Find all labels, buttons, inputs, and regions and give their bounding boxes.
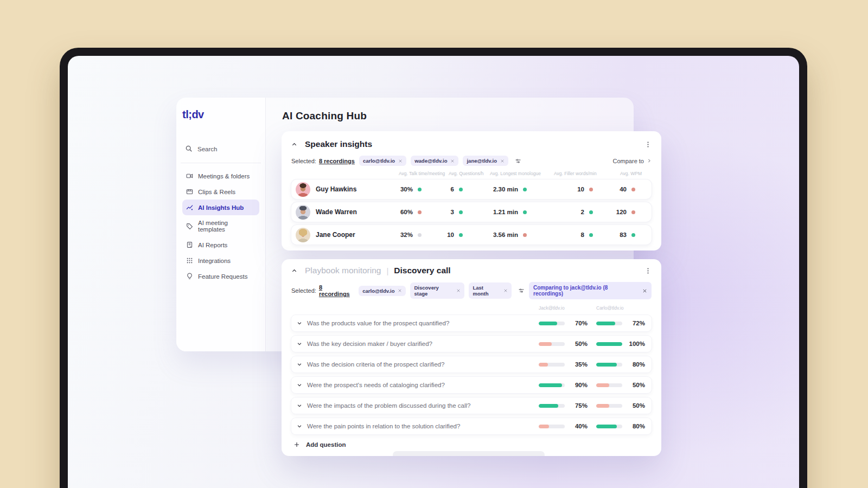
avatar xyxy=(296,205,310,220)
playbook-monitoring-panel: Playbook monitoring | Discovery call Sel… xyxy=(282,259,661,456)
title-separator: | xyxy=(386,266,388,275)
chevron-down-icon[interactable] xyxy=(297,403,302,408)
plus-icon xyxy=(293,441,300,448)
status-dot xyxy=(459,210,463,214)
status-dot xyxy=(589,188,593,191)
sidebar-item-meetings-folders[interactable]: Meetings & folders xyxy=(182,168,259,184)
speaker-panel-title: Speaker insights xyxy=(305,139,372,149)
close-icon[interactable] xyxy=(503,288,508,293)
sidebar-item-ai-meeting-templates[interactable]: AI meeting templates xyxy=(182,215,259,237)
metric-value: 32% xyxy=(400,232,413,238)
metric-value: 60% xyxy=(400,209,413,215)
filter-chip-carlo[interactable]: carlo@tldv.io xyxy=(359,286,406,296)
comparing-to-label: Comparing to jack@tldv.io (8 recordings) xyxy=(533,285,638,297)
avatar xyxy=(296,228,310,242)
search-icon xyxy=(185,145,193,153)
close-icon[interactable] xyxy=(642,288,647,293)
metric-value: 83 xyxy=(620,232,627,238)
close-icon[interactable] xyxy=(456,288,461,293)
sidebar-item-ai-insights-hub[interactable]: AI Insights Hub xyxy=(182,200,259,215)
chevron-right-icon xyxy=(647,158,652,164)
collapse-chevron-up-icon[interactable] xyxy=(291,142,297,147)
status-dot xyxy=(459,188,463,191)
tldv-logo: tl;dv xyxy=(182,108,259,121)
filter-chip-carlo[interactable]: carlo@tldv.io xyxy=(359,156,406,166)
percent-value: 35% xyxy=(569,361,588,368)
sidebar-search-label: Search xyxy=(197,146,217,152)
column-header: Avg. Questions/h xyxy=(430,171,471,176)
collapse-chevron-up-icon[interactable] xyxy=(291,268,297,274)
selected-label: Selected: xyxy=(291,287,316,294)
sidebar-item-feature-requests[interactable]: Feature Requests xyxy=(182,268,259,284)
progress-bar xyxy=(539,322,565,325)
question-row[interactable]: Was the key decision maker / buyer clari… xyxy=(291,336,652,352)
sidebar-item-clips-reels[interactable]: Clips & Reels xyxy=(182,184,259,200)
status-dot xyxy=(523,210,527,214)
chevron-down-icon[interactable] xyxy=(297,362,302,367)
filter-lines-icon[interactable] xyxy=(515,158,521,164)
grid-dots-icon xyxy=(186,257,193,264)
speaker-table-row[interactable]: Wade Warren 60% 3 1.21 min 2 120 xyxy=(291,202,652,222)
filter-chip-jane[interactable]: jane@tldv.io xyxy=(463,156,508,166)
chevron-down-icon[interactable] xyxy=(297,320,302,326)
sidebar-search[interactable]: Search xyxy=(185,145,259,153)
filter-chip-wade[interactable]: wade@tldv.io xyxy=(411,156,458,166)
filter-chip-last-month[interactable]: Last month xyxy=(469,282,512,299)
sidebar-divider xyxy=(181,163,261,163)
chevron-down-icon[interactable] xyxy=(297,423,302,429)
status-dot xyxy=(418,210,422,214)
speaker-panel-header: Speaker insights xyxy=(291,139,652,149)
sidebar-item-label: AI Reports xyxy=(198,242,227,248)
speaker-table-row[interactable]: Guy Hawkins 30% 6 2.30 min 10 40 xyxy=(291,179,652,199)
close-icon[interactable] xyxy=(500,159,505,163)
add-question-button[interactable]: Add question xyxy=(293,441,652,448)
percent-value: 100% xyxy=(627,341,645,347)
question-row[interactable]: Were the pain points in relation to the … xyxy=(291,418,652,434)
question-text: Were the prospect's needs of cataloging … xyxy=(307,382,445,388)
speaker-table-row[interactable]: Jane Cooper 32% 10 3.56 min 8 83 xyxy=(291,225,652,245)
filter-chip-label: jane@tldv.io xyxy=(467,158,497,164)
chevron-down-icon[interactable] xyxy=(297,341,302,346)
percent-value: 50% xyxy=(627,382,645,388)
close-icon[interactable] xyxy=(398,288,402,293)
lightbulb-icon xyxy=(186,273,193,280)
question-text: Was the decision criteria of the prospec… xyxy=(307,361,444,368)
question-row[interactable]: Were the impacts of the problem discusse… xyxy=(291,397,652,414)
playbook-title: Discovery call xyxy=(394,266,450,275)
close-icon[interactable] xyxy=(398,159,403,163)
speaker-filter-row: Selected: 8 recordings carlo@tldv.io wad… xyxy=(291,156,652,166)
metric-value: 3 xyxy=(451,209,454,215)
chevron-down-icon[interactable] xyxy=(297,382,302,388)
kebab-menu-icon[interactable] xyxy=(644,267,652,274)
status-dot xyxy=(589,210,593,214)
sidebar-item-label: AI meeting templates xyxy=(198,220,256,233)
column-header: Jack@tldv.io xyxy=(539,305,588,311)
metric-value: 2 xyxy=(581,209,584,215)
question-row[interactable]: Was the products value for the prospect … xyxy=(291,315,652,331)
compare-to-button[interactable]: Compare to xyxy=(613,158,652,164)
selected-recordings-link[interactable]: 8 recordings xyxy=(319,158,355,164)
selected-recordings-link[interactable]: 8 recordings xyxy=(319,284,354,297)
close-icon[interactable] xyxy=(450,159,455,163)
filter-chip-label: wade@tldv.io xyxy=(414,158,447,164)
metric-value: 8 xyxy=(581,232,584,238)
percent-value: 75% xyxy=(569,402,588,409)
sidebar-item-ai-reports[interactable]: AI Reports xyxy=(182,237,259,253)
speaker-table-header: Avg. Talk time/meeting Avg. Questions/h … xyxy=(291,171,652,176)
percent-value: 90% xyxy=(569,382,588,388)
progress-bar xyxy=(539,342,565,346)
filter-chip-discovery-stage[interactable]: Discovery stage xyxy=(410,282,464,299)
comparing-to-chip[interactable]: Comparing to jack@tldv.io (8 recordings) xyxy=(529,282,652,299)
avatar xyxy=(296,182,310,197)
question-text: Was the products value for the prospect … xyxy=(307,320,449,326)
filter-lines-icon[interactable] xyxy=(518,287,525,294)
sidebar-item-integrations[interactable]: Integrations xyxy=(182,253,259,268)
metric-value: 40 xyxy=(620,186,627,192)
question-row[interactable]: Was the decision criteria of the prospec… xyxy=(291,356,652,373)
question-text: Were the pain points in relation to the … xyxy=(307,423,460,429)
progress-bar xyxy=(596,425,622,428)
speaker-name: Wade Warren xyxy=(316,208,357,216)
question-row[interactable]: Were the prospect's needs of cataloging … xyxy=(291,377,652,393)
kebab-menu-icon[interactable] xyxy=(644,141,652,148)
sidebar-item-label: AI Insights Hub xyxy=(198,204,244,211)
